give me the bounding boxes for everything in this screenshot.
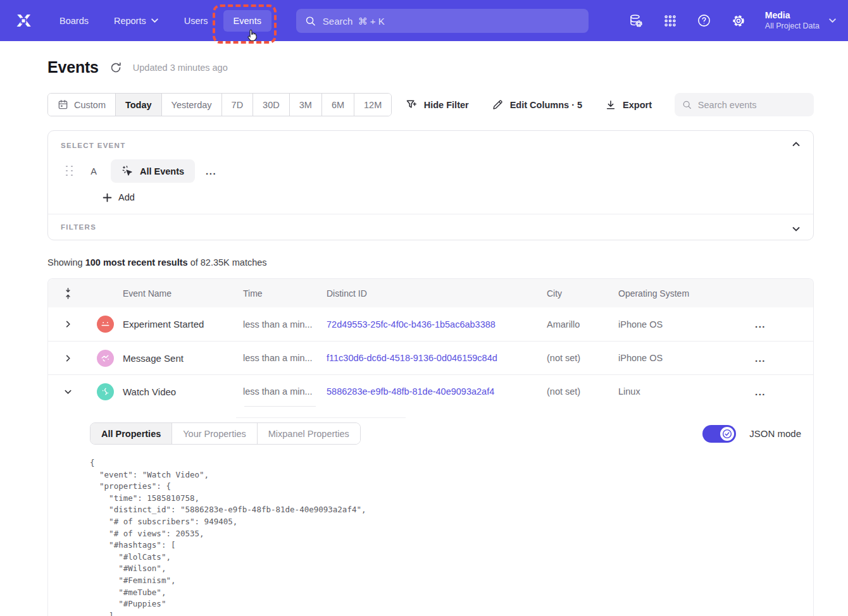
event-city: (not set) xyxy=(547,353,618,363)
event-city: Amarillo xyxy=(547,319,618,330)
funnel-plus-icon xyxy=(406,99,418,111)
help-icon[interactable] xyxy=(697,13,712,28)
date-range-7d[interactable]: 7D xyxy=(221,94,253,116)
event-os: iPhone OS xyxy=(618,353,745,363)
hand-cursor-icon xyxy=(246,28,259,43)
event-time: less than a min... xyxy=(243,353,327,363)
event-name: Watch Video xyxy=(123,386,243,397)
face-icon xyxy=(99,386,111,398)
drag-handle-icon[interactable] xyxy=(66,166,73,177)
project-selector[interactable]: Media All Project Data xyxy=(765,9,837,31)
global-search-input[interactable] xyxy=(323,16,580,27)
project-name: Media xyxy=(765,9,820,21)
refresh-icon[interactable] xyxy=(109,61,122,74)
page-header: Events Updated 3 minutes ago xyxy=(47,58,814,77)
chevron-down-icon xyxy=(151,16,159,25)
toolbar: Custom Today Yesterday 7D 30D 3M 6M 12M … xyxy=(47,93,814,116)
time-tooltip-edge xyxy=(236,417,406,418)
json-mode-toggle[interactable] xyxy=(702,425,736,443)
expand-row-button[interactable] xyxy=(48,354,87,362)
event-selector-label: All Events xyxy=(140,166,184,176)
clause-letter: A xyxy=(88,166,99,176)
chevron-down-icon[interactable] xyxy=(792,225,801,233)
distinct-id-link[interactable]: 5886283e-e9fb-48fb-81de-40e9093a2af4 xyxy=(327,386,547,397)
search-events-box[interactable] xyxy=(675,93,814,116)
edit-columns-button[interactable]: Edit Columns · 5 xyxy=(492,99,582,111)
column-header-time[interactable]: Time xyxy=(243,288,327,299)
nav-item-boards[interactable]: Boards xyxy=(49,10,99,32)
event-os: Linux xyxy=(618,386,745,397)
chevron-up-icon[interactable] xyxy=(792,140,801,149)
results-summary: Showing 100 most recent results of 82.35… xyxy=(47,257,814,268)
hide-filter-button[interactable]: Hide Filter xyxy=(406,99,469,111)
date-range-segmented-control: Custom Today Yesterday 7D 30D 3M 6M 12M xyxy=(47,93,392,116)
filters-section[interactable]: FILTERS xyxy=(48,214,813,240)
event-time: less than a min... xyxy=(243,319,327,330)
date-range-6m[interactable]: 6M xyxy=(321,94,354,116)
select-event-section: SELECT EVENT A All Events ... Ad xyxy=(48,131,813,214)
plus-icon xyxy=(103,193,112,202)
table-row[interactable]: Experiment Started less than a min... 72… xyxy=(48,307,813,341)
column-header-city[interactable]: City xyxy=(547,288,618,299)
select-event-label: SELECT EVENT xyxy=(61,142,801,149)
event-avatar xyxy=(97,316,114,333)
event-selector-pill[interactable]: All Events xyxy=(111,159,195,183)
date-range-today[interactable]: Today xyxy=(115,94,161,116)
tab-your-properties[interactable]: Your Properties xyxy=(171,423,256,444)
event-name: Message Sent xyxy=(123,353,243,364)
event-clause-row: A All Events ... xyxy=(61,159,801,183)
event-avatar xyxy=(97,383,114,400)
json-mode-label: JSON mode xyxy=(749,428,801,439)
collapse-row-button[interactable] xyxy=(48,388,87,396)
table-header-row: Event Name Time Distinct ID City Operati… xyxy=(48,279,813,307)
main-content: Events Updated 3 minutes ago Custom Toda… xyxy=(0,41,848,616)
row-menu-button[interactable]: ... xyxy=(745,319,813,330)
row-menu-button[interactable]: ... xyxy=(745,386,813,397)
event-detail-panel: All Properties Your Properties Mixpanel … xyxy=(48,408,813,616)
date-range-yesterday[interactable]: Yesterday xyxy=(161,94,221,116)
mixpanel-logo-icon[interactable]: X xyxy=(13,12,34,30)
column-header-distinct-id[interactable]: Distinct ID xyxy=(327,288,547,299)
column-header-event-name[interactable]: Event Name xyxy=(123,288,243,299)
tab-all-properties[interactable]: All Properties xyxy=(90,423,171,444)
time-tooltip-edge xyxy=(244,406,316,407)
event-time: less than a min... xyxy=(243,386,327,397)
row-menu-button[interactable]: ... xyxy=(745,353,813,364)
events-table: Event Name Time Distinct ID City Operati… xyxy=(47,278,814,616)
search-icon xyxy=(305,15,316,27)
apps-grid-icon[interactable] xyxy=(663,13,678,28)
event-city: (not set) xyxy=(547,386,618,397)
distinct-id-link[interactable]: f11c30d6-dc6d-4518-9136-0d046159c84d xyxy=(327,353,547,363)
export-button[interactable]: Export xyxy=(605,99,652,111)
toggle-knob xyxy=(720,427,734,441)
collapse-all-icon[interactable] xyxy=(48,288,87,299)
checkmark-icon xyxy=(722,429,732,439)
search-events-input[interactable] xyxy=(698,100,806,110)
nav-item-users[interactable]: Users xyxy=(174,10,218,32)
event-more-menu[interactable]: ... xyxy=(206,166,216,176)
face-icon xyxy=(99,352,111,364)
table-row[interactable]: Message Sent less than a min... f11c30d6… xyxy=(48,341,813,374)
nav-item-reports[interactable]: Reports xyxy=(104,10,169,32)
download-icon xyxy=(605,99,616,111)
project-scope: All Project Data xyxy=(765,21,820,31)
tab-mixpanel-properties[interactable]: Mixpanel Properties xyxy=(257,423,360,444)
global-search[interactable] xyxy=(296,9,589,33)
toolbar-actions: Hide Filter Edit Columns · 5 Export xyxy=(406,93,814,116)
date-range-30d[interactable]: 30D xyxy=(253,94,289,116)
date-range-3m[interactable]: 3M xyxy=(289,94,321,116)
date-range-custom[interactable]: Custom xyxy=(48,94,115,116)
table-row-expanded[interactable]: Watch Video less than a min... 5886283e-… xyxy=(48,374,813,408)
last-updated-text: Updated 3 minutes ago xyxy=(133,63,228,73)
add-event-button[interactable]: Add xyxy=(61,192,135,202)
settings-gear-icon[interactable] xyxy=(731,13,746,28)
distinct-id-link[interactable]: 72d49553-25fc-4f0c-b436-1b5ac6ab3388 xyxy=(327,319,547,330)
date-range-12m[interactable]: 12M xyxy=(354,94,391,116)
expand-row-button[interactable] xyxy=(48,320,87,328)
column-header-os[interactable]: Operating System xyxy=(618,288,745,299)
event-avatar xyxy=(97,350,114,367)
json-mode-control: JSON mode xyxy=(702,425,801,443)
query-builder-card: SELECT EVENT A All Events ... Ad xyxy=(47,130,814,240)
face-icon xyxy=(99,318,111,330)
data-management-icon[interactable] xyxy=(628,13,644,28)
